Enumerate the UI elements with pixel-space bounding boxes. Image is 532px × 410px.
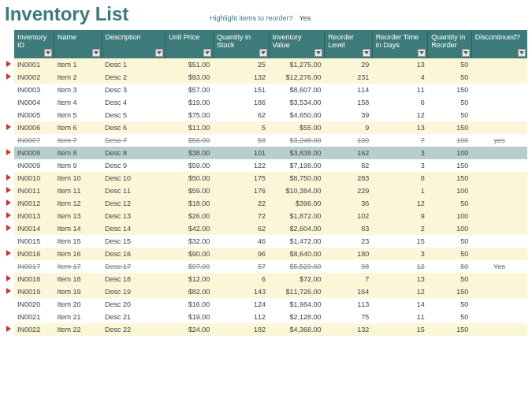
reorder-flag-icon	[6, 174, 11, 181]
dropdown-icon[interactable]	[314, 49, 322, 57]
table-row[interactable]: IN0013Item 13Desc 13$26.0072$1,872.00102…	[5, 210, 527, 222]
col-header[interactable]: Unit Price	[166, 30, 214, 58]
table-row[interactable]: IN0010Item 10Desc 10$50.00175$8,750.0028…	[5, 172, 527, 184]
dropdown-icon[interactable]	[363, 49, 370, 57]
cell-reord: 98	[325, 260, 373, 273]
cell-days: 12	[372, 197, 428, 210]
cell-desc: Desc 13	[102, 210, 166, 222]
table-row[interactable]: IN0021Item 21Desc 21$19.00112$2,128.0075…	[5, 311, 527, 323]
reorder-flag-icon	[6, 187, 11, 193]
col-header[interactable]: Description	[102, 30, 166, 58]
cell-id: IN0016	[14, 248, 54, 260]
table-row[interactable]: IN0007Item 7Desc 7$56.0058$3,248.0010971…	[5, 134, 527, 147]
col-header[interactable]: Inventory ID	[14, 30, 54, 58]
cell-val: $3,838.00	[269, 147, 325, 159]
cell-qty: 58	[213, 134, 269, 147]
reorder-flag-icon	[6, 288, 11, 294]
cell-reord: 36	[325, 197, 373, 210]
cell-days: 2	[372, 222, 428, 235]
highlight-value[interactable]: Yes	[299, 14, 311, 22]
cell-name: Item 19	[54, 285, 102, 298]
cell-days: 12	[372, 109, 428, 121]
cell-val: $3,534.00	[269, 96, 325, 109]
dropdown-icon[interactable]	[418, 49, 426, 57]
col-label: Inventory ID	[17, 33, 47, 49]
table-row[interactable]: IN0022Item 22Desc 22$24.00182$4,368.0013…	[5, 323, 527, 336]
cell-qty: 112	[213, 311, 269, 323]
dropdown-icon[interactable]	[155, 49, 163, 57]
cell-desc: Desc 18	[102, 273, 166, 285]
table-row[interactable]: IN0008Item 8Desc 8$38.00101$3,838.001623…	[5, 147, 527, 159]
cell-price: $18.00	[166, 197, 214, 210]
page-title: Inventory List	[5, 3, 210, 25]
cell-reord: 109	[325, 134, 373, 147]
cell-days: 3	[372, 248, 428, 260]
cell-days: 15	[372, 235, 428, 248]
table-row[interactable]: IN0020Item 20Desc 20$16.00124$1,984.0011…	[5, 298, 527, 311]
table-row[interactable]: IN0019Item 19Desc 19$82.00143$11,726.001…	[5, 285, 527, 298]
dropdown-icon[interactable]	[44, 49, 52, 57]
cell-dc: yes	[471, 134, 527, 147]
table-row[interactable]: IN0004Item 4Desc 4$19.00186$3,534.001586…	[5, 96, 527, 109]
cell-qty: 96	[213, 248, 269, 260]
cell-price: $19.00	[166, 311, 214, 323]
cell-qre: 50	[428, 235, 472, 248]
col-header[interactable]: Quantity in Stock	[213, 30, 269, 58]
dropdown-icon[interactable]	[259, 49, 267, 57]
cell-price: $38.00	[166, 147, 214, 159]
reorder-flag-icon	[6, 149, 11, 155]
cell-days: 9	[372, 210, 428, 222]
cell-qre: 50	[428, 260, 472, 273]
table-row[interactable]: IN0011Item 11Desc 11$59.00176$10,384.002…	[5, 184, 527, 197]
table-row[interactable]: IN0014Item 14Desc 14$42.0062$2,604.00832…	[5, 222, 527, 235]
dropdown-icon[interactable]	[203, 49, 211, 57]
cell-name: Item 17	[54, 260, 102, 273]
cell-reord: 23	[325, 235, 373, 248]
table-row[interactable]: IN0005Item 5Desc 5$75.0062$4,650.0039125…	[5, 109, 527, 121]
reorder-flag-icon	[6, 124, 11, 130]
table-row[interactable]: IN0017Item 17Desc 17$97.0057$5,529.00981…	[5, 260, 527, 273]
cell-id: IN0010	[14, 172, 54, 184]
col-label: Unit Price	[169, 33, 199, 41]
cell-dc	[471, 311, 527, 323]
cell-qre: 50	[428, 109, 472, 121]
table-row[interactable]: IN0002Item 2Desc 2$93.00132$12,276.00231…	[5, 71, 527, 84]
cell-id: IN0015	[14, 235, 54, 248]
cell-qre: 50	[428, 248, 472, 260]
table-row[interactable]: IN0009Item 9Desc 9$59.00122$7,198.008231…	[5, 159, 527, 172]
reorder-flag-icon	[6, 250, 11, 256]
col-header[interactable]: Quantity in Reorder	[428, 30, 472, 58]
cell-dc	[471, 210, 527, 222]
cell-name: Item 9	[54, 159, 102, 172]
table-row[interactable]: IN0001Item 1Desc 1$51.0025$1,275.0029135…	[5, 58, 527, 71]
table-row[interactable]: IN0003Item 3Desc 3$57.00151$8,607.001141…	[5, 84, 527, 96]
cell-name: Item 8	[54, 147, 102, 159]
cell-qre: 150	[428, 121, 472, 134]
cell-val: $1,872.00	[269, 210, 325, 222]
col-header[interactable]: Name	[54, 30, 102, 58]
cell-dc	[471, 109, 527, 121]
cell-dc: Yes	[471, 260, 527, 273]
cell-reord: 229	[325, 184, 373, 197]
cell-reord: 162	[325, 147, 373, 159]
col-header[interactable]: Discontinued?	[471, 30, 527, 58]
dropdown-icon[interactable]	[92, 49, 100, 57]
cell-price: $57.00	[166, 84, 214, 96]
cell-id: IN0002	[14, 71, 54, 84]
cell-price: $16.00	[166, 298, 214, 311]
inventory-table: Inventory IDNameDescriptionUnit PriceQua…	[5, 30, 527, 336]
table-row[interactable]: IN0015Item 15Desc 15$32.0046$1,472.00231…	[5, 235, 527, 248]
cell-desc: Desc 19	[102, 285, 166, 298]
col-header[interactable]: Inventory Value	[269, 30, 325, 58]
col-header[interactable]: Reorder Level	[325, 30, 373, 58]
col-header[interactable]: Reorder Time in Days	[372, 30, 428, 58]
table-row[interactable]: IN0018Item 18Desc 18$12.006$72.0071350	[5, 273, 527, 285]
cell-qre: 150	[428, 285, 472, 298]
cell-price: $59.00	[166, 159, 214, 172]
cell-dc	[471, 147, 527, 159]
table-row[interactable]: IN0016Item 16Desc 16$90.0096$8,640.00180…	[5, 248, 527, 260]
table-row[interactable]: IN0012Item 12Desc 12$18.0022$396.0036125…	[5, 197, 527, 210]
dropdown-icon[interactable]	[518, 49, 526, 57]
table-row[interactable]: IN0006Item 6Desc 6$11.005$55.00913150	[5, 121, 527, 134]
dropdown-icon[interactable]	[462, 49, 470, 57]
